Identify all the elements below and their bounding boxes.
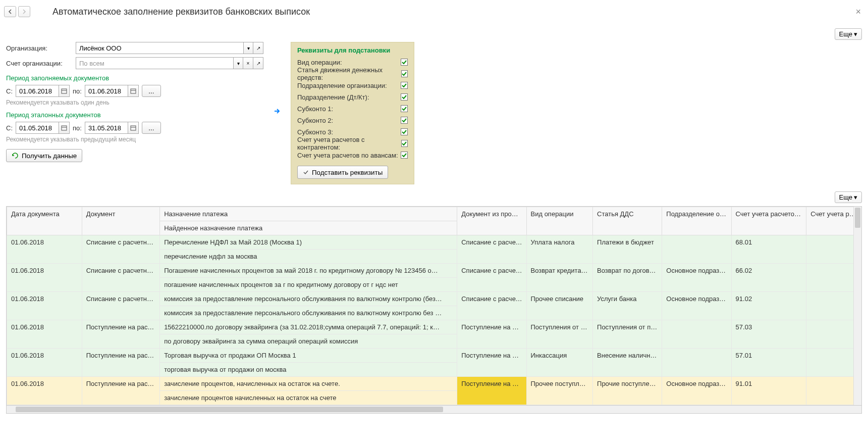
cell-op: Возврат кредита банку bbox=[526, 264, 593, 292]
more-button-top[interactable]: Еще ▾ bbox=[835, 28, 862, 40]
calendar-icon[interactable] bbox=[59, 122, 70, 134]
calendar-icon[interactable] bbox=[128, 85, 139, 97]
close-icon[interactable]: × bbox=[852, 7, 864, 17]
svg-rect-6 bbox=[131, 126, 136, 130]
fill-from-input-group bbox=[16, 85, 70, 97]
checkbox[interactable] bbox=[401, 140, 408, 147]
dropdown-icon[interactable]: ▾ bbox=[243, 42, 253, 54]
svg-rect-2 bbox=[131, 89, 136, 93]
table-row[interactable]: 01.06.2018 Списание с расчетного счета …… bbox=[7, 292, 861, 306]
checkbox[interactable] bbox=[401, 82, 408, 89]
checkbox[interactable] bbox=[401, 152, 408, 159]
substitution-panel: Реквизиты для подстановки Вид операции: … bbox=[291, 42, 414, 184]
checkbox[interactable] bbox=[401, 59, 408, 66]
checkbox-row: Вид операции: bbox=[297, 57, 408, 67]
to-label: по: bbox=[73, 87, 82, 95]
col-sch1[interactable]: Счет учета расчетов с … bbox=[731, 207, 806, 235]
open-icon[interactable]: ↗ bbox=[253, 57, 263, 69]
col-dds[interactable]: Статья ДДС bbox=[593, 207, 662, 235]
forward-button[interactable] bbox=[18, 6, 30, 17]
checkbox-label: Статья движения денежных средств: bbox=[297, 66, 401, 81]
cell-op: Инкассация bbox=[526, 349, 593, 377]
fill-from-input[interactable] bbox=[16, 85, 59, 97]
fill-to-input[interactable] bbox=[85, 85, 128, 97]
account-combo: ▾ × ↗ bbox=[76, 57, 263, 69]
calendar-icon[interactable] bbox=[128, 122, 139, 134]
cell-podr: Основное подразделение bbox=[662, 264, 731, 292]
checkbox[interactable] bbox=[401, 93, 408, 101]
checkbox[interactable] bbox=[401, 128, 408, 135]
substitute-button[interactable]: Подставить реквизиты bbox=[297, 166, 388, 179]
table-row[interactable]: 01.06.2018 Поступление на расчетный счет… bbox=[7, 320, 861, 334]
cell-doc: Списание с расчетного счета … bbox=[82, 235, 159, 264]
period-fill-dots-button[interactable]: ... bbox=[142, 85, 161, 97]
get-data-button[interactable]: Получить данные bbox=[6, 149, 82, 162]
cell-op: Поступления от продаж по … bbox=[526, 320, 593, 349]
col-naz-found[interactable]: Найденное назначение платежа bbox=[160, 221, 457, 235]
checkbox-row: Субконто 2: bbox=[297, 115, 408, 125]
table-row[interactable]: 01.06.2018 Списание с расчетного счета …… bbox=[7, 235, 861, 250]
scrollbar-thumb[interactable] bbox=[855, 208, 860, 228]
cell-podr bbox=[662, 349, 731, 377]
checkbox-row: Подразделение (Дт/Кт): bbox=[297, 92, 408, 102]
ref-from-input[interactable] bbox=[16, 122, 59, 134]
cell-date: 01.06.2018 bbox=[7, 235, 82, 264]
col-naz[interactable]: Назначение платежа bbox=[160, 207, 457, 221]
svg-rect-4 bbox=[62, 126, 67, 130]
col-date[interactable]: Дата документа bbox=[7, 207, 82, 235]
cell-dds: Услуги банка bbox=[593, 292, 662, 320]
checkbox-label: Субконто 2: bbox=[297, 117, 333, 124]
calendar-icon[interactable] bbox=[59, 85, 70, 97]
checkbox-label: Подразделение (Дт/Кт): bbox=[297, 93, 369, 101]
open-icon[interactable]: ↗ bbox=[253, 42, 263, 54]
period-fill-title: Период заполняемых документов bbox=[6, 74, 263, 82]
cell-date: 01.06.2018 bbox=[7, 377, 82, 405]
org-input[interactable] bbox=[76, 42, 243, 54]
cell-dds: Поступления от продаж по … bbox=[593, 320, 662, 349]
ref-to-input[interactable] bbox=[85, 122, 128, 134]
cell-naz-found: торговая выручка от продажи оп москва bbox=[160, 363, 457, 377]
col-podr[interactable]: Подразделение организации bbox=[662, 207, 731, 235]
cell-prev: Списание с расчетного счета bbox=[457, 292, 526, 320]
cell-naz: комиссия за предоставление персонального… bbox=[160, 292, 457, 306]
period-ref-title: Период эталонных документов bbox=[6, 111, 263, 119]
cell-sch1: 57.03 bbox=[731, 320, 806, 349]
col-prev[interactable]: Документ из прошлого … bbox=[457, 207, 526, 235]
account-input[interactable] bbox=[76, 57, 233, 69]
cell-naz-found: перечисление ндфл за москва bbox=[160, 250, 457, 264]
table-row[interactable]: 01.06.2018 Списание с расчетного счета …… bbox=[7, 264, 861, 278]
checkbox[interactable] bbox=[401, 105, 408, 112]
scrollbar-thumb[interactable] bbox=[16, 407, 443, 412]
ref-to-input-group bbox=[85, 122, 139, 134]
horizontal-scrollbar[interactable] bbox=[6, 406, 862, 414]
header-bar: Автоматическое заполнение реквизитов бан… bbox=[4, 4, 864, 18]
ref-from-input-group bbox=[16, 122, 70, 134]
checkbox[interactable] bbox=[401, 70, 408, 77]
check-icon bbox=[303, 169, 309, 175]
checkbox-row: Субконто 1: bbox=[297, 104, 408, 114]
more-button-table[interactable]: Еще ▾ bbox=[835, 191, 862, 203]
cell-op: Прочее поступление bbox=[526, 377, 593, 405]
cell-dds: Прочие поступления bbox=[593, 377, 662, 405]
cell-naz: Погашение начисленных процентов за май 2… bbox=[160, 264, 457, 278]
cell-naz: 15622210000.по договору эквайринга (за 3… bbox=[160, 320, 457, 334]
cell-sch1: 66.02 bbox=[731, 264, 806, 292]
clear-icon[interactable]: × bbox=[243, 57, 253, 69]
svg-rect-0 bbox=[62, 89, 67, 93]
col-op[interactable]: Вид операции bbox=[526, 207, 593, 235]
col-doc[interactable]: Документ bbox=[82, 207, 159, 235]
table-row[interactable]: 01.06.2018 Поступление на расчетный счет… bbox=[7, 349, 861, 363]
cell-podr bbox=[662, 235, 731, 264]
period-ref-dots-button[interactable]: ... bbox=[142, 122, 161, 134]
checkbox-row: Статья движения денежных средств: bbox=[297, 69, 408, 79]
checkbox[interactable] bbox=[401, 117, 408, 124]
back-button[interactable] bbox=[4, 6, 16, 17]
chevron-down-icon: ▾ bbox=[854, 193, 857, 201]
cell-doc: Поступление на расчетный счет … bbox=[82, 377, 159, 405]
dropdown-icon[interactable]: ▾ bbox=[233, 57, 243, 69]
cell-date: 01.06.2018 bbox=[7, 349, 82, 377]
vertical-scrollbar[interactable] bbox=[853, 207, 861, 405]
table-row[interactable]: 01.06.2018 Поступление на расчетный счет… bbox=[7, 377, 861, 391]
period-fill-hint: Рекомендуется указывать один день bbox=[6, 99, 263, 106]
substitute-label: Подставить реквизиты bbox=[312, 169, 383, 176]
